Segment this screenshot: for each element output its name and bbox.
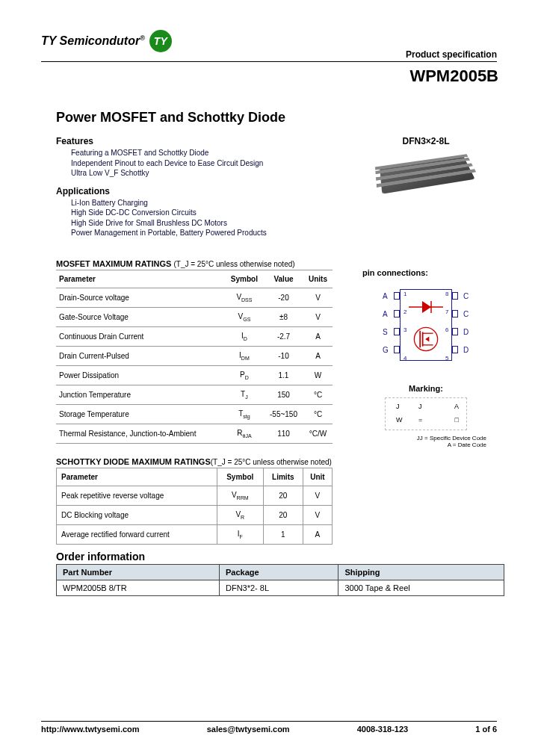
part-number: WPM2005B [41,66,498,86]
feature-item: Ultra Low V_F Schottky [71,168,333,179]
table-row: Storage TemperatureTstg-55~150°C [56,404,333,424]
features-list: Featuring a MOSFET and Schottky Diode In… [71,148,333,179]
features-heading: Features [56,136,333,146]
table-row: Power DissipationPD1.1W [56,365,333,385]
mosfet-ratings-table: Parameter Symbol Value Units Drain-Sourc… [56,270,333,444]
col-unit: Unit [303,468,332,486]
col-value: Value [264,270,303,288]
application-item: Li-Ion Battery Charging [71,198,333,208]
col-partnum: Part Number [57,564,220,580]
col-parameter: Parameter [56,270,225,288]
company-logo: TY [149,30,172,52]
header-rule [41,61,497,62]
pin-connections-heading: pin connections: [362,268,489,277]
table-row: Thermal Resistance, Junction-to-AmbientR… [56,424,333,443]
applications-list: Li-Ion Battery Charging High Side DC-DC … [71,198,333,238]
col-symbol: Symbol [217,468,263,486]
table-row: WPM2005B 8/TR DFN3*2- 8L 3000 Tape & Ree… [57,580,504,595]
mosfet-icon [409,324,443,354]
col-parameter: Parameter [57,468,217,486]
package-label: DFN3×2-8L [362,136,489,146]
feature-item: Featuring a MOSFET and Schottky Diode [71,148,333,158]
table-row: Continuous Drain CurrentID-2.7A [56,326,333,346]
mosfet-table-title: MOSFET MAXIMUM RATINGS (T_J = 25°C unles… [56,259,333,268]
table-row: Average rectified forward currentIF1A [57,524,333,544]
table-row: DC Blocking voltageVR20V [57,505,333,524]
application-item: High Side DC-DC Conversion Circuits [71,208,333,218]
company-name: TY Semicondutor® [41,34,145,48]
table-row: Drain Current-PulsedIDM-10A [56,346,333,365]
marking-legend: JJ = Specific Device Code A = Date Code [362,435,489,449]
table-row: Gate-Source VoltageVGS±8V [56,307,333,326]
applications-heading: Applications [56,186,333,196]
feature-item: Independent Pinout to each Device to Eas… [71,158,333,169]
page-footer: http://www.twtysemi.com sales@twtysemi.c… [41,721,497,734]
footer-email: sales@twtysemi.com [207,725,290,734]
col-shipping: Shipping [338,564,504,580]
footer-phone: 4008-318-123 [357,725,409,734]
product-spec-label: Product specification [41,49,497,60]
schottky-table-title: SCHOTTKY DIODE MAXIMUM RATINGS(T_J = 25°… [56,457,333,466]
col-package: Package [219,564,338,580]
table-row: Peak repetitive reverse voltageVRRM20V [57,486,333,505]
col-symbol: Symbol [225,270,264,288]
table-row: Drain-Source voltageVDSS-20V [56,288,333,307]
marking-diagram: J J A W = □ [385,397,467,430]
schottky-diode-icon [409,292,443,322]
application-item: Power Management in Portable, Battery Po… [71,228,333,238]
col-limits: Limits [263,468,303,486]
table-row: Junction TemperatureTJ150°C [56,385,333,404]
col-units: Units [303,270,333,288]
footer-page: 1 of 6 [475,725,497,734]
package-image [380,155,475,194]
order-heading: Order information [56,551,489,563]
svg-marker-8 [425,336,429,341]
schottky-ratings-table: Parameter Symbol Limits Unit Peak repeti… [56,468,333,545]
pin-diagram: A A S G C C D D 1 2 3 4 8 7 6 5 [374,283,478,369]
application-item: High Side Drive for Small Brushless DC M… [71,218,333,229]
order-table: Part Number Package Shipping WPM2005B 8/… [56,564,504,596]
svg-marker-1 [422,301,431,313]
footer-url: http://www.twtysemi.com [41,725,140,734]
marking-heading: Marking: [362,384,489,393]
page-title: Power MOSFET and Schottky Diode [56,110,489,126]
